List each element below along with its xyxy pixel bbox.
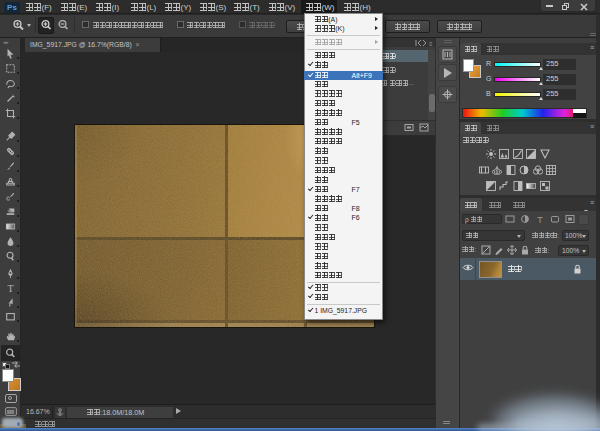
svg-text:T: T xyxy=(8,283,15,294)
svg-text:T: T xyxy=(537,215,543,225)
